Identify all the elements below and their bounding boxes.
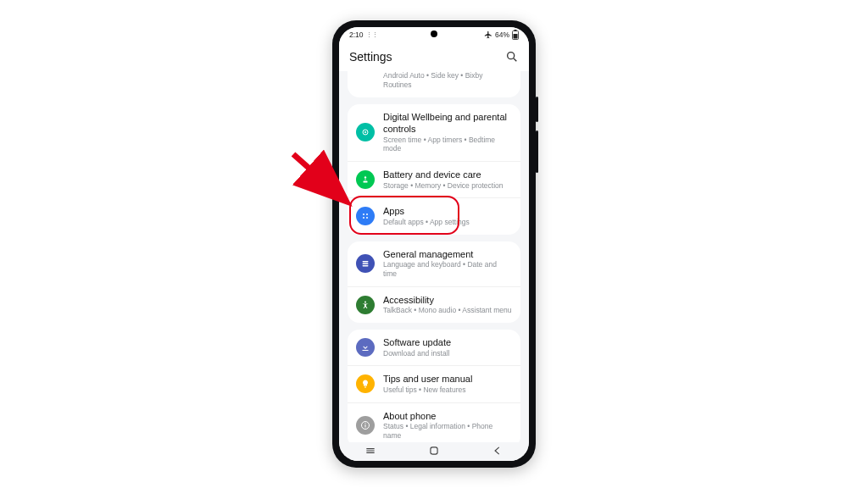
svg-rect-19 <box>365 423 366 424</box>
accessibility-icon <box>356 296 375 314</box>
svg-rect-16 <box>363 350 369 351</box>
svg-rect-2 <box>515 30 517 31</box>
row-title: Software update <box>383 337 451 349</box>
download-icon <box>356 338 375 357</box>
settings-group: Software updateDownload and installTips … <box>348 330 520 448</box>
row-title: Battery and device care <box>383 169 504 181</box>
settings-row-software-update[interactable]: Software updateDownload and install <box>348 330 520 365</box>
app-bar: Settings <box>339 42 529 71</box>
recents-button[interactable] <box>364 445 376 458</box>
status-indicator-icon: ⋮⋮ <box>366 31 378 38</box>
status-time: 2:10 <box>349 30 364 39</box>
svg-line-4 <box>514 58 516 61</box>
page-title: Settings <box>349 50 392 64</box>
row-subtitle: Storage • Memory • Device protection <box>383 181 504 191</box>
row-subtitle: Status • Legal information • Phone name <box>383 422 512 440</box>
settings-row-about-phone[interactable]: About phoneStatus • Legal information • … <box>348 402 520 448</box>
row-title: Digital Wellbeing and parental controls <box>383 112 512 136</box>
svg-rect-14 <box>363 265 369 267</box>
settings-row-tips-and[interactable]: Tips and user manualUseful tips • New fe… <box>348 365 520 402</box>
svg-rect-12 <box>363 261 369 263</box>
svg-point-6 <box>364 131 366 133</box>
settings-row-digital-wellbeing[interactable]: Digital Wellbeing and parental controlsS… <box>348 104 520 161</box>
row-subtitle: TalkBack • Mono audio • Assistant menu <box>383 306 511 315</box>
row-subtitle: Download and install <box>383 349 451 358</box>
gear-icon <box>356 254 375 273</box>
row-subtitle: Useful tips • New features <box>383 385 472 395</box>
svg-point-11 <box>366 217 368 219</box>
row-title: Accessibility <box>383 295 511 307</box>
svg-point-8 <box>363 214 364 215</box>
settings-group: Advanced featuresAndroid Auto • Side key… <box>348 71 520 97</box>
row-subtitle: Android Auto • Side key • Bixby Routines <box>383 71 512 89</box>
home-button[interactable] <box>428 445 440 458</box>
settings-group: Digital Wellbeing and parental controlsS… <box>348 104 520 235</box>
row-title: Apps <box>383 206 470 218</box>
front-camera-cutout <box>431 30 437 37</box>
svg-rect-13 <box>363 263 369 265</box>
settings-group: General managementLanguage and keyboard … <box>348 241 520 323</box>
status-battery-text: 64% <box>495 30 509 39</box>
settings-row-battery-and[interactable]: Battery and device careStorage • Memory … <box>348 161 520 197</box>
row-title: General management <box>383 249 512 261</box>
settings-row-general-management[interactable]: General managementLanguage and keyboard … <box>348 241 520 286</box>
tips-icon <box>356 374 375 393</box>
back-button[interactable] <box>492 445 504 458</box>
wellbeing-icon <box>356 123 375 141</box>
search-button[interactable] <box>505 50 519 64</box>
battery-icon <box>512 30 519 40</box>
airplane-mode-icon <box>484 30 492 39</box>
settings-scroll-area[interactable]: Advanced featuresAndroid Auto • Side key… <box>339 71 529 461</box>
row-subtitle: Screen time • App timers • Bedtime mode <box>383 136 512 153</box>
svg-point-9 <box>366 214 368 215</box>
navigation-bar <box>339 442 529 461</box>
row-title: Tips and user manual <box>383 374 472 385</box>
settings-row-advanced-features[interactable]: Advanced featuresAndroid Auto • Side key… <box>348 71 520 97</box>
svg-rect-23 <box>431 447 437 454</box>
settings-row-apps[interactable]: AppsDefault apps • App settings <box>348 197 520 234</box>
phone-frame: 2:10 ⋮⋮ 64% Settings <box>332 20 536 468</box>
svg-point-3 <box>508 53 515 59</box>
battery-icon <box>356 170 375 189</box>
svg-point-15 <box>364 301 366 302</box>
phone-screen: 2:10 ⋮⋮ 64% Settings <box>339 27 529 461</box>
settings-row-accessibility[interactable]: AccessibilityTalkBack • Mono audio • Ass… <box>348 286 520 323</box>
apps-icon <box>356 207 375 225</box>
row-subtitle: Default apps • App settings <box>383 218 470 227</box>
svg-rect-7 <box>364 180 368 182</box>
row-title: About phone <box>383 411 512 423</box>
svg-rect-1 <box>514 34 518 39</box>
svg-rect-18 <box>365 424 366 428</box>
svg-point-10 <box>363 217 364 219</box>
row-subtitle: Language and keyboard • Date and time <box>383 260 512 278</box>
info-icon <box>356 416 375 435</box>
